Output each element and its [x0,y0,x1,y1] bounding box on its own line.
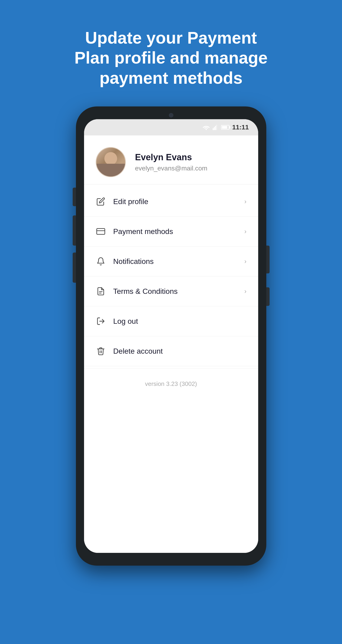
bell-icon [96,256,106,266]
battery-icon [221,125,229,130]
volume-button-top [73,188,76,206]
chevron-right-icon: › [244,288,246,295]
trash-icon [96,346,106,356]
screen-content: Evelyn Evans evelyn_evans@mail.com Edit … [84,136,258,553]
profile-info: Evelyn Evans evelyn_evans@mail.com [135,152,208,172]
hero-title: Update your Payment Plan profile and man… [32,0,310,106]
terms-conditions-label: Terms & Conditions [113,287,237,296]
avatar [96,147,126,177]
chevron-right-icon: › [244,258,246,265]
payment-methods-label: Payment methods [113,227,237,236]
profile-email: evelyn_evans@mail.com [135,165,208,172]
menu-section: Edit profile › Payment methods › [84,184,258,368]
wifi-icon [203,124,210,130]
version-text: version 3.23 (3002) [145,380,197,387]
avatar-image [96,148,125,176]
delete-account-label: Delete account [113,347,247,356]
menu-item-payment-methods[interactable]: Payment methods › [84,216,258,246]
power-button [266,246,270,274]
menu-item-log-out[interactable]: Log out [84,306,258,336]
status-icons: 11:11 [203,124,249,131]
phone-screen: 11:11 Evelyn Evans evelyn_evans@mail.com [84,119,258,553]
version-section: version 3.23 (3002) [84,368,258,399]
menu-item-delete-account[interactable]: Delete account [84,336,258,366]
svg-rect-2 [214,127,215,130]
side-button2 [266,287,270,306]
menu-item-notifications[interactable]: Notifications › [84,246,258,276]
notifications-label: Notifications [113,257,237,266]
edit-profile-label: Edit profile [113,197,237,206]
pencil-icon [96,196,106,207]
svg-rect-5 [97,229,105,234]
card-icon [96,226,106,236]
phone-mockup: 11:11 Evelyn Evans evelyn_evans@mail.com [76,106,266,566]
chevron-right-icon: › [244,228,246,235]
profile-section: Evelyn Evans evelyn_evans@mail.com [84,136,258,184]
volume-button-mid [73,216,76,246]
menu-item-edit-profile[interactable]: Edit profile › [84,187,258,216]
svg-rect-4 [216,125,217,130]
log-out-label: Log out [113,317,247,326]
document-icon [96,286,106,296]
status-bar: 11:11 [84,119,258,136]
profile-name: Evelyn Evans [135,152,208,162]
logout-icon [96,316,106,326]
signal-icon [213,124,218,130]
svg-point-0 [206,129,207,130]
phone-camera [169,113,174,118]
chevron-right-icon: › [244,198,246,205]
svg-rect-3 [215,126,216,130]
status-time: 11:11 [232,124,249,131]
menu-item-terms-conditions[interactable]: Terms & Conditions › [84,276,258,306]
svg-rect-1 [213,128,214,130]
volume-button-low [73,252,76,283]
